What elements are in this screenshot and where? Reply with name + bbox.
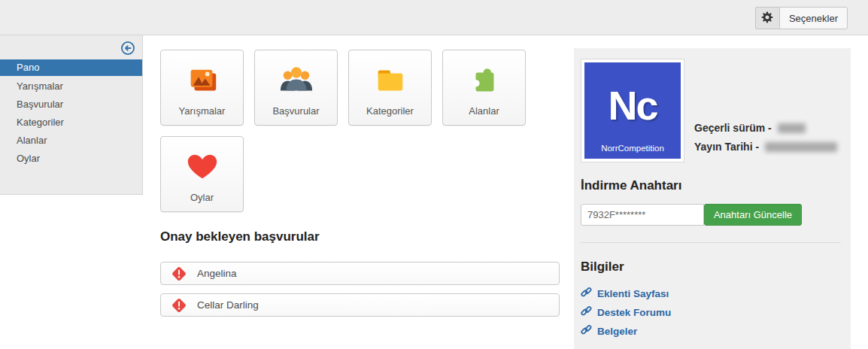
sidebar-item-basvurular[interactable]: Başvurular [0, 96, 142, 114]
norrcompetition-logo: Nc NorrCompetition [581, 59, 684, 162]
sidebar-item-yarismalar[interactable]: Yarışmalar [0, 77, 142, 96]
sidebar-item-alanlar[interactable]: Alanlar [0, 132, 142, 150]
heart-icon [161, 149, 243, 185]
toolbar-button-group: Seçenekler [755, 7, 848, 29]
photos-icon [161, 62, 243, 99]
tile-oylar[interactable]: Oylar [160, 136, 244, 212]
pending-item-name: Angelina [197, 268, 237, 279]
logo-text: Nc [584, 82, 681, 129]
sidebar-item-kategoriler[interactable]: Kategoriler [0, 114, 142, 132]
tile-kategoriler[interactable]: Kategoriler [348, 50, 432, 126]
link-eklenti-sayfasi[interactable]: Eklenti Sayfası [581, 286, 669, 301]
tile-label: Başvurular [255, 105, 337, 117]
tile-basvurular[interactable]: Başvurular [254, 50, 338, 126]
link-label: Eklenti Sayfası [597, 288, 669, 299]
panel-divider [581, 242, 841, 243]
link-label: Belgeler [597, 326, 637, 337]
link-destek-forumu[interactable]: Destek Forumu [581, 305, 671, 320]
sidebar-collapse-button[interactable] [120, 41, 135, 56]
sidebar-menu: Pano Yarışmalar Başvurular Kategoriler A… [0, 59, 142, 168]
download-key-input[interactable] [581, 204, 704, 226]
redacted-release-date-value [765, 142, 837, 152]
info-links-heading: Bilgiler [581, 259, 624, 275]
people-icon [255, 62, 337, 99]
alert-diamond-icon [171, 297, 187, 314]
gear-button[interactable] [755, 7, 779, 29]
logo-blue-square: Nc NorrCompetition [584, 62, 681, 159]
sidebar: Pano Yarışmalar Başvurular Kategoriler A… [0, 35, 143, 195]
link-icon [581, 305, 592, 320]
link-belgeler[interactable]: Belgeler [581, 323, 637, 338]
update-key-button[interactable]: Anahtarı Güncelle [704, 204, 802, 226]
logo-caption: NorrCompetition [584, 144, 681, 153]
release-date-label: Yayın Tarihi - [694, 141, 759, 153]
redacted-version-value [778, 123, 806, 133]
collapse-left-icon [120, 45, 135, 58]
info-panel: Nc NorrCompetition Geçerli sürüm - Yayın… [574, 48, 851, 349]
alert-diamond-icon [171, 266, 187, 282]
options-button[interactable]: Seçenekler [779, 7, 848, 29]
current-version-line: Geçerli sürüm - [694, 122, 806, 134]
tile-label: Yarışmalar [161, 105, 243, 117]
pending-item-angelina[interactable]: Angelina [160, 262, 560, 285]
tile-alanlar[interactable]: Alanlar [442, 50, 526, 126]
pending-heading: Onay bekleyen başvurular [160, 229, 320, 244]
link-label: Destek Forumu [597, 307, 671, 318]
download-key-heading: İndirme Anahtarı [581, 178, 681, 193]
link-icon [581, 287, 592, 301]
top-toolbar: Seçenekler [0, 0, 868, 35]
release-date-line: Yayın Tarihi - [694, 141, 837, 153]
gear-icon [761, 11, 773, 26]
link-icon [581, 324, 592, 338]
sidebar-item-oylar[interactable]: Oylar [0, 150, 142, 168]
pending-item-cellar-darling[interactable]: Cellar Darling [160, 293, 560, 317]
tile-label: Oylar [161, 192, 243, 203]
current-version-label: Geçerli sürüm - [694, 122, 772, 134]
norrcompetition-dashboard: Seçenekler Pano Yarışmalar Başvurular Ka… [0, 0, 868, 349]
tile-yarismalar[interactable]: Yarışmalar [160, 50, 244, 126]
tile-label: Kategoriler [349, 105, 431, 117]
sidebar-item-pano[interactable]: Pano [0, 59, 142, 76]
puzzle-icon [443, 62, 525, 99]
pending-item-name: Cellar Darling [197, 299, 259, 311]
tile-label: Alanlar [443, 105, 525, 117]
folder-icon [349, 62, 431, 99]
